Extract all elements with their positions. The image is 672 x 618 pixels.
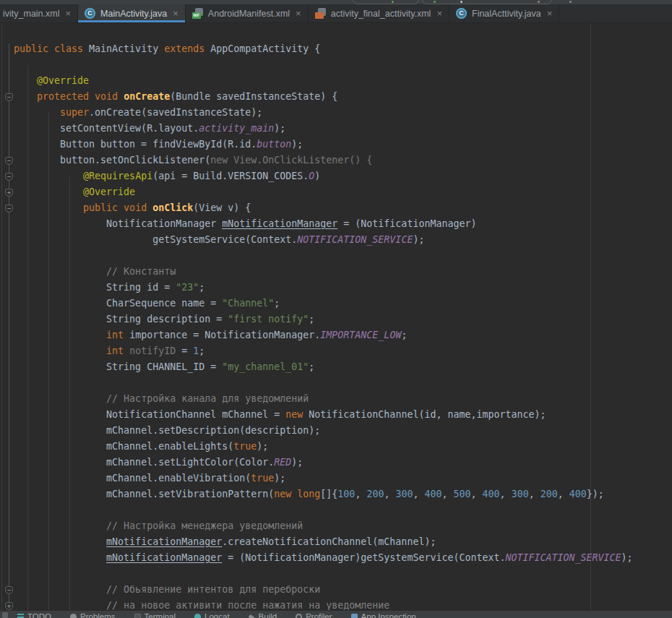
code-token: true xyxy=(251,473,274,484)
code-line-10[interactable]: @Override xyxy=(0,184,672,200)
code-token: RED xyxy=(274,457,291,468)
tool-window-button-profiler[interactable]: Profiler xyxy=(296,612,332,618)
code-line-15[interactable]: // Константы xyxy=(0,264,672,280)
tool-window-bar: TODOProblemsTerminalLogcatBuildProfilerA… xyxy=(0,610,672,618)
code-line-4[interactable]: protected void onCreate(Bundle savedInst… xyxy=(0,89,672,105)
code-line-11[interactable]: public void onClick(View v) { xyxy=(0,200,672,216)
code-line-33[interactable]: mNotificationManager = (NotificationMana… xyxy=(0,550,672,566)
code-line-13[interactable]: getSystemService(Context.NOTIFICATION_SE… xyxy=(0,232,672,248)
code-area[interactable]: public class MainActivity extends AppCom… xyxy=(0,23,672,610)
code-token: NOTIFICATION_SERVICE xyxy=(297,234,413,245)
code-line-17[interactable]: CharSequence name = "Channel"; xyxy=(0,296,672,312)
code-token: // Настройка канала для уведомлений xyxy=(106,393,309,404)
code-token: ); xyxy=(413,234,424,245)
editor-tab-bar: ivity_main.xml×CMainActivity.java×MFAndr… xyxy=(0,4,672,23)
code-line-23[interactable]: // Настройка канала для уведомлений xyxy=(0,391,672,407)
tab-close-icon[interactable]: × xyxy=(296,9,301,18)
code-line-30[interactable] xyxy=(0,502,672,518)
code-token: ); xyxy=(274,473,285,484)
code-line-7[interactable]: Button button = findViewById(R.id.button… xyxy=(0,137,672,153)
code-line-29[interactable]: mChannel.setVibrationPattern(new long[]{… xyxy=(0,486,672,502)
code-line-2[interactable] xyxy=(0,57,672,73)
tab-close-icon[interactable]: × xyxy=(173,9,178,18)
code-line-14[interactable] xyxy=(0,248,672,264)
code-token: 300 xyxy=(512,489,529,499)
tab-androidmanifest-xml[interactable]: MFAndroidManifest.xml× xyxy=(186,4,309,22)
tab-finalacttivity-java[interactable]: CFinalActtivity.java× xyxy=(449,4,559,22)
code-token: "23" xyxy=(176,282,199,293)
code-line-3[interactable]: @Override xyxy=(0,73,672,89)
fold-minus-icon[interactable]: − xyxy=(5,586,13,594)
code-token: 200 xyxy=(540,489,558,499)
code-line-28[interactable]: mChannel.enableVibration(true); xyxy=(0,471,672,486)
fold-minus-icon[interactable]: − xyxy=(5,173,13,181)
code-token: importance = NotificationManager. xyxy=(129,330,320,340)
toolbar-dot-icon xyxy=(538,1,540,3)
code-line-31[interactable]: // Настройка менеджера уведомлений xyxy=(0,518,672,534)
code-line-25[interactable]: mChannel.setDescription(description); xyxy=(0,423,672,439)
code-line-32[interactable]: mNotificationManager.createNotificationC… xyxy=(0,534,672,550)
tab-close-icon[interactable]: × xyxy=(436,9,442,18)
code-line-18[interactable]: String description = "first notify"; xyxy=(0,312,672,327)
code-token: CharSequence name = xyxy=(106,298,222,309)
fold-minus-icon[interactable]: − xyxy=(5,157,13,165)
code-line-24[interactable]: NotificationChannel mChannel = new Notif… xyxy=(0,407,672,423)
run-icon[interactable] xyxy=(392,1,394,3)
tool-window-button-terminal[interactable]: Terminal xyxy=(134,612,176,618)
code-token: , xyxy=(529,489,540,499)
tab-ivity-main-xml[interactable]: ivity_main.xml× xyxy=(0,4,78,22)
tool-window-button-logcat[interactable]: Logcat xyxy=(194,612,230,618)
tool-window-button-problems[interactable]: Problems xyxy=(70,612,116,618)
code-line-26[interactable]: mChannel.enableLights(true); xyxy=(0,439,672,455)
code-line-9[interactable]: @RequiresApi(api = Build.VERSION_CODES.O… xyxy=(0,168,672,184)
code-editor[interactable]: public class MainActivity extends AppCom… xyxy=(0,23,672,610)
fold-minus-icon[interactable]: − xyxy=(5,93,13,101)
code-token: 400 xyxy=(569,489,587,499)
code-line-19[interactable]: int importance = NotificationManager.IMP… xyxy=(0,327,672,343)
tool-window-button-build[interactable]: Build xyxy=(249,612,277,618)
code-token: 500 xyxy=(454,489,471,499)
code-token: @Override xyxy=(83,186,135,197)
tool-window-button-app-inspection[interactable]: App Inspection xyxy=(351,612,416,618)
code-line-16[interactable]: String id = "23"; xyxy=(0,280,672,296)
code-line-12[interactable]: NotificationManager mNotificationManager… xyxy=(0,216,672,232)
code-line-20[interactable]: int notifyID = 1; xyxy=(0,343,672,359)
code-token: []{ xyxy=(320,489,337,499)
code-token: mChannel.setVibrationPattern( xyxy=(106,489,274,499)
code-token: NotificationChannel(id, name,importance)… xyxy=(309,409,546,420)
fold-minus-icon[interactable]: − xyxy=(5,205,13,213)
tab-mainactivity-java[interactable]: CMainActivity.java× xyxy=(78,4,186,22)
tab-activity-final-acttivity-xml[interactable]: activity_final_acttivity.xml× xyxy=(309,4,449,22)
code-token: ; xyxy=(401,330,407,340)
code-line-36[interactable]: // на новое активити после нажатия на ув… xyxy=(0,598,672,610)
code-token: mChannel.setDescription(description); xyxy=(106,425,320,436)
fold-gutter-line xyxy=(9,43,9,610)
tool-window-button-todo[interactable]: TODO xyxy=(17,612,51,618)
tab-close-icon[interactable]: × xyxy=(547,9,553,18)
code-token: = (NotificationManager)getSystemService(… xyxy=(222,552,505,563)
code-line-21[interactable]: String CHANNEL_ID = "my_channel_01"; xyxy=(0,359,672,375)
code-token: (View v) { xyxy=(193,202,251,213)
code-token: , xyxy=(442,489,454,499)
code-line-8[interactable]: button.setOnClickListener(new View.OnCli… xyxy=(0,153,672,168)
tool-window-button-label: Profiler xyxy=(306,612,332,618)
code-line-27[interactable]: mChannel.setLightColor(Color.RED); xyxy=(0,455,672,471)
code-token: ); xyxy=(257,441,268,452)
logcat-icon xyxy=(194,614,201,618)
window-corner-icon[interactable] xyxy=(2,612,8,618)
code-token: @RequiresApi xyxy=(83,171,152,181)
fold-plus-icon[interactable]: + xyxy=(5,189,13,197)
debug-icon[interactable] xyxy=(434,1,436,3)
code-line-1[interactable]: public class MainActivity extends AppCom… xyxy=(0,41,672,57)
code-token: mNotificationManager xyxy=(222,218,337,229)
code-line-34[interactable] xyxy=(0,566,672,582)
code-line-6[interactable]: setContentView(R.layout.activity_main); xyxy=(0,121,672,137)
code-line-5[interactable]: super.onCreate(savedInstanceState); xyxy=(0,105,672,121)
code-line-22[interactable] xyxy=(0,375,672,391)
code-token: onCreate xyxy=(124,91,170,102)
tab-close-icon[interactable]: × xyxy=(66,9,72,18)
code-token: NotificationChannel mChannel = xyxy=(106,409,285,420)
code-line-35[interactable]: // Обьявление интентов для переброски xyxy=(0,582,672,598)
fold-plus-icon[interactable]: + xyxy=(5,602,13,610)
code-token: onClick xyxy=(152,202,193,213)
